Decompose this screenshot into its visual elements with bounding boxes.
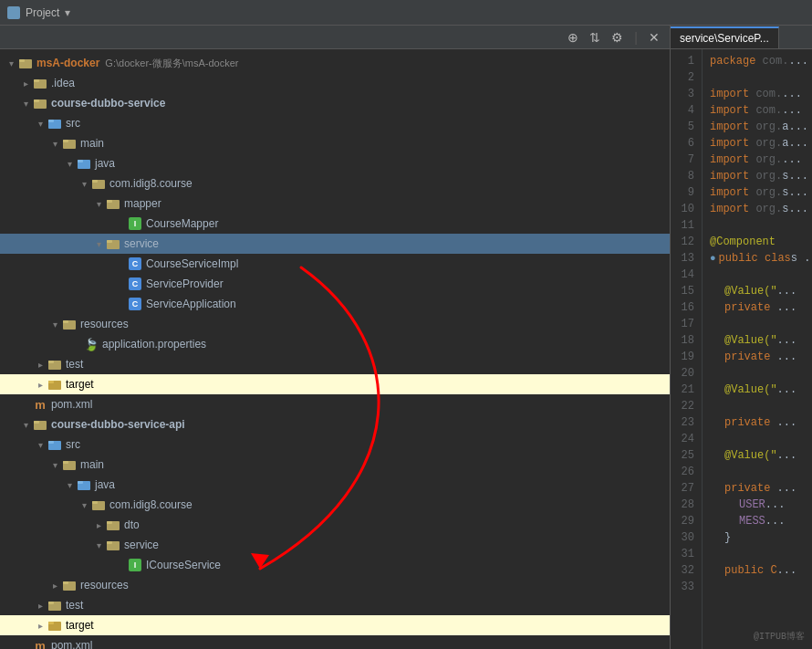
svg-rect-31 <box>78 481 83 484</box>
svg-rect-7 <box>48 120 54 122</box>
java2-arrow <box>62 477 77 492</box>
tree-csi[interactable]: C CourseServiceImpl <box>0 254 670 274</box>
ln-5: 5 <box>674 119 694 135</box>
ln-9: 9 <box>674 184 694 201</box>
line-numbers: 1 2 3 4 5 6 7 8 9 10 11 12 13 14 15 16 1… <box>671 49 703 649</box>
code-line-33 <box>710 579 805 595</box>
tree-com2[interactable]: com.idig8.course <box>0 495 670 515</box>
tree-course-mapper[interactable]: I CourseMapper <box>0 214 670 234</box>
sync-icon[interactable]: ⇅ <box>587 29 603 46</box>
tree-java2[interactable]: java <box>0 475 670 495</box>
ln-26: 26 <box>674 464 694 480</box>
root-arrow <box>4 56 18 70</box>
panel-actions: ⊕ ⇅ ⚙ | ✕ <box>565 29 662 46</box>
tree-mapper[interactable]: mapper <box>0 194 670 214</box>
dto-folder-icon <box>106 518 120 532</box>
tree-course-dubbo-service[interactable]: course-dubbo-service <box>0 93 670 113</box>
code-line-20 <box>710 365 805 382</box>
svg-rect-1 <box>19 59 25 62</box>
tree-target2[interactable]: target <box>0 615 670 635</box>
src2-label: src <box>66 438 80 451</box>
ln-25: 25 <box>674 447 694 464</box>
tree-src2[interactable]: src <box>0 434 670 455</box>
tree-pom1[interactable]: m pom.xml <box>0 394 670 414</box>
tree-icourse[interactable]: I ICourseService <box>0 555 670 575</box>
ln-27: 27 <box>674 480 694 497</box>
panel-title-text: Project <box>26 6 59 19</box>
tree-test2[interactable]: test <box>0 595 670 615</box>
pom2-icon: m <box>33 638 47 649</box>
tree-resources1[interactable]: resources <box>0 314 670 334</box>
settings-icon[interactable]: ⚙ <box>609 29 626 46</box>
svg-rect-33 <box>92 501 98 504</box>
code-line-10: import org.s... <box>710 201 805 217</box>
csi-label: CourseServiceImpl <box>146 257 238 270</box>
tree-service2[interactable]: service <box>0 535 670 555</box>
src2-arrow <box>33 437 47 452</box>
code-line-32: public C... <box>710 562 805 579</box>
code-area[interactable]: package com.... import com.... import co… <box>703 49 812 649</box>
panel-header: ⊕ ⇅ ⚙ | ✕ <box>0 26 670 49</box>
sp-label: ServiceProvider <box>146 277 224 290</box>
code-line-1: package com.... <box>710 53 805 69</box>
tree-pom2[interactable]: m pom.xml <box>0 635 670 649</box>
main2-arrow <box>47 457 62 472</box>
panel-dropdown-arrow[interactable]: ▾ <box>65 6 70 19</box>
tree-sp[interactable]: C ServiceProvider <box>0 274 670 294</box>
tree-com1[interactable]: com.idig8.course <box>0 173 670 194</box>
ln-19: 19 <box>674 349 694 365</box>
code-line-29: MESS... <box>710 513 805 529</box>
tree-cdsa[interactable]: course-dubbo-service-api <box>0 414 670 434</box>
tree-appprops1[interactable]: 🍃 application.properties <box>0 334 670 354</box>
res1-folder-icon <box>62 317 77 331</box>
close-icon[interactable]: ✕ <box>646 29 662 46</box>
code-tab-bar: service\ServiceP... <box>671 26 812 49</box>
cm-icon: I <box>128 216 142 231</box>
pom2-label: pom.xml <box>51 639 92 649</box>
ap1-icon: 🍃 <box>84 337 99 351</box>
tree-target1[interactable]: target <box>0 374 670 394</box>
mapper-folder-icon <box>106 196 120 211</box>
watermark: @ITPUB博客 <box>754 629 805 645</box>
java1-label: java <box>95 157 115 170</box>
code-content: 1 2 3 4 5 6 7 8 9 10 11 12 13 14 15 16 1… <box>671 49 812 649</box>
test2-arrow <box>33 598 47 612</box>
add-icon[interactable]: ⊕ <box>565 29 581 46</box>
res1-label: resources <box>80 318 129 330</box>
code-line-6: import org.a... <box>710 135 805 152</box>
idea-label: .idea <box>51 77 75 89</box>
code-line-19: private ... <box>710 349 805 365</box>
tree-main2[interactable]: main <box>0 455 670 475</box>
tree-service1[interactable]: service <box>0 234 670 254</box>
code-line-5: import org.a... <box>710 119 805 135</box>
service2-arrow <box>91 538 106 552</box>
tree-root[interactable]: msA-docker G:\docker-微服务\msA-docker <box>0 53 670 73</box>
res2-folder-icon <box>62 578 77 592</box>
cdsa-folder-icon <box>33 417 47 432</box>
code-line-18: @Value("... <box>710 332 805 349</box>
svg-rect-13 <box>92 180 98 183</box>
tree-dto[interactable]: dto <box>0 515 670 535</box>
cds-label: course-dubbo-service <box>51 97 165 110</box>
tree-sa[interactable]: C ServiceApplication <box>0 294 670 314</box>
ln-18: 18 <box>674 332 694 349</box>
title-bar: Project ▾ <box>0 0 812 26</box>
svg-rect-21 <box>48 361 54 363</box>
sp-icon: C <box>128 277 142 291</box>
code-line-24 <box>710 431 805 447</box>
tree-test1[interactable]: test <box>0 354 670 374</box>
svg-rect-3 <box>34 79 39 82</box>
dto-arrow <box>91 518 106 532</box>
tree-resources2[interactable]: resources <box>0 575 670 595</box>
tree-src1[interactable]: src <box>0 113 670 133</box>
code-line-31 <box>710 546 805 562</box>
tree-java1[interactable]: java <box>0 153 670 173</box>
tree-item-idea[interactable]: .idea <box>0 73 670 93</box>
main2-label: main <box>80 458 104 471</box>
service2-label: service <box>124 539 159 551</box>
svg-rect-37 <box>107 541 112 544</box>
code-line-26 <box>710 464 805 480</box>
tree-main1[interactable]: main <box>0 133 670 153</box>
src1-arrow <box>33 116 47 131</box>
code-tab-active[interactable]: service\ServiceP... <box>671 26 779 48</box>
